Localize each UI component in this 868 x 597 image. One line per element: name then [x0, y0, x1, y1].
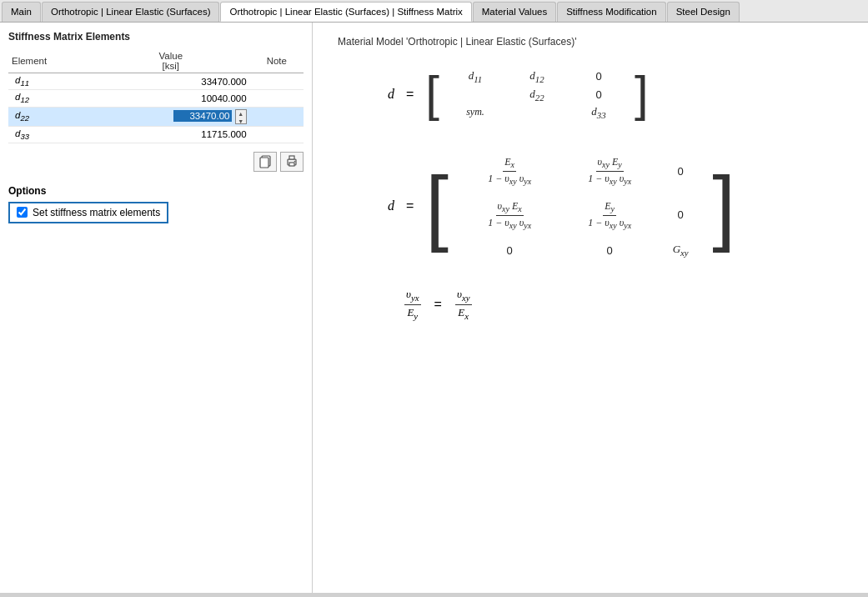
simple-matrix-eq: d = [ d11 d12 0 d22 0 sym. d33 ] [388, 64, 649, 125]
value-d12: 10040.000 [92, 90, 250, 107]
table-row[interactable]: d12 10040.000 [8, 90, 304, 107]
set-stiffness-checkbox[interactable] [17, 207, 28, 218]
note-d11 [250, 73, 304, 90]
note-d12 [250, 90, 304, 107]
right-panel: Material Model 'Orthotropic | Linear Ela… [313, 23, 868, 593]
col-header-note: Note [250, 49, 304, 73]
model-title: Material Model 'Orthotropic | Linear Ela… [338, 36, 843, 48]
d22-input[interactable] [173, 110, 232, 122]
toolbar [8, 152, 304, 172]
tab-main[interactable]: Main [2, 2, 41, 22]
left-panel: Stiffness Matrix Elements Element Value … [0, 23, 313, 593]
value-d22-input[interactable]: ▲ ▼ [92, 107, 250, 126]
col-header-element: Element [8, 49, 92, 73]
section-title: Stiffness Matrix Elements [8, 31, 304, 43]
tab-material-values[interactable]: Material Values [473, 2, 556, 22]
fraction-matrix-eq: d = [ Ex 1 − υxy υyx υxy Ey 1 − υxy [388, 150, 735, 263]
set-stiffness-checkbox-row[interactable]: Set stiffness matrix elements [8, 202, 168, 223]
bracket-right-1: ] [635, 69, 649, 119]
eq-sign-2: = [406, 198, 414, 213]
note-d22 [250, 107, 304, 126]
svg-rect-1 [260, 158, 268, 168]
matrix-cells-simple: d11 d12 0 d22 0 sym. d33 [446, 64, 628, 125]
options-title: Options [8, 185, 304, 197]
fraction-bottom-eq: υyx Ey = υxy Ex [388, 288, 472, 321]
print-button[interactable] [280, 152, 304, 172]
svg-rect-4 [289, 163, 294, 166]
tab-bar: Main Orthotropic | Linear Elastic (Surfa… [0, 0, 868, 23]
value-d11: 33470.000 [92, 73, 250, 90]
tab-stiffness-matrix[interactable]: Orthotropic | Linear Elastic (Surfaces) … [220, 2, 471, 22]
element-d11: d11 [8, 73, 92, 90]
eq-sign-bottom: = [434, 297, 442, 312]
value-d33: 11715.000 [92, 126, 250, 143]
math-area: d = [ d11 d12 0 d22 0 sym. d33 ] d [338, 64, 843, 321]
svg-rect-3 [289, 156, 294, 159]
bracket-left-2: [ [425, 164, 449, 248]
bracket-right-2: ] [712, 164, 735, 248]
svg-point-5 [294, 161, 296, 163]
bracket-left-1: [ [425, 69, 439, 119]
eq-sign-1: = [406, 87, 414, 102]
d-symbol-2: d [388, 198, 394, 213]
note-d33 [250, 126, 304, 143]
spinner-d22[interactable]: ▲ ▼ [235, 109, 247, 124]
element-d33: d33 [8, 126, 92, 143]
tab-stiffness-modification[interactable]: Stiffness Modification [557, 2, 665, 22]
tab-steel-design[interactable]: Steel Design [667, 2, 740, 22]
main-content: Stiffness Matrix Elements Element Value … [0, 23, 868, 593]
copy-button[interactable] [253, 152, 277, 172]
col-header-value: Value [ksi] [92, 49, 250, 73]
stiffness-table: Element Value [ksi] Note d11 33470.000 d… [8, 49, 304, 143]
tab-orthotropic[interactable]: Orthotropic | Linear Elastic (Surfaces) [42, 2, 220, 22]
print-icon [285, 155, 299, 168]
element-d12: d12 [8, 90, 92, 107]
element-d22: d22 [8, 107, 92, 126]
copy-icon [258, 155, 272, 168]
matrix-cells-fraction: Ex 1 − υxy υyx υxy Ey 1 − υxy υyx 0 [455, 150, 705, 263]
table-row[interactable]: d11 33470.000 [8, 73, 304, 90]
table-row-selected[interactable]: d22 ▲ ▼ [8, 107, 304, 126]
options-section: Options Set stiffness matrix elements [8, 185, 304, 223]
table-row[interactable]: d33 11715.000 [8, 126, 304, 143]
set-stiffness-label: Set stiffness matrix elements [33, 207, 160, 218]
d-symbol-1: d [388, 87, 394, 102]
